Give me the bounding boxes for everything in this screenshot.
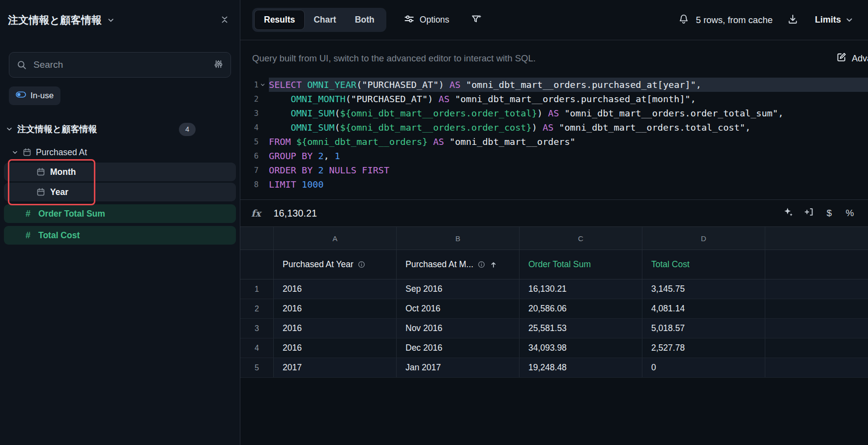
column-letter-c[interactable]: C [520, 227, 642, 250]
tree-item-total-cost[interactable]: # Total Cost [4, 226, 236, 245]
corner-cell[interactable] [240, 227, 274, 250]
table-cell[interactable]: 3,145.75 [642, 279, 765, 299]
in-use-label: In-use [30, 91, 54, 101]
search-filter-button[interactable] [214, 59, 223, 70]
table-cell[interactable]: Jan 2017 [397, 358, 520, 377]
row-number-cell[interactable]: 5 [240, 358, 274, 377]
table-cell[interactable]: 2016 [274, 338, 397, 358]
sidebar: 注文情報と顧客情報 [0, 0, 240, 445]
table-cell[interactable]: 16,130.21 [520, 279, 642, 299]
tab-both[interactable]: Both [346, 10, 384, 29]
line-number: 4 [254, 123, 259, 132]
column-letter-a[interactable]: A [274, 227, 397, 250]
info-icon[interactable] [358, 261, 365, 268]
line-number: 2 [254, 95, 259, 104]
dollar-icon: $ [827, 208, 832, 219]
table-cell[interactable]: 19,248.48 [520, 358, 642, 377]
line-number: 1 [254, 81, 259, 89]
info-icon[interactable] [478, 261, 485, 268]
query-info-row: Query built from UI, switch to the advan… [240, 40, 868, 77]
sql-line-6: 6GROUP BY 2, 1 [240, 149, 868, 163]
advanced-editor-button[interactable]: Advanced [833, 52, 868, 66]
table-cell[interactable]: 20,586.06 [520, 299, 642, 318]
sliders-horizontal-icon [404, 14, 414, 27]
table-cell[interactable]: 34,093.98 [520, 338, 642, 358]
sql-line-4: 4 OMNI_SUM(${omni_dbt_mart__orders.order… [240, 120, 868, 135]
add-column-button[interactable] [801, 206, 816, 221]
tree-item-order-total-sum[interactable]: # Order Total Sum [4, 204, 236, 223]
dataset-title-dropdown[interactable]: 注文情報と顧客情報 [8, 13, 115, 27]
table-cell[interactable]: Nov 2016 [397, 319, 520, 338]
sql-line-7: 7ORDER BY 2 NULLS FIRST [240, 163, 868, 177]
toolbar-right-cluster: 5 rows, from cache Limits [676, 12, 856, 28]
fold-chevron-icon[interactable] [260, 82, 267, 88]
app-root: 注文情報と顧客情報 [0, 0, 868, 445]
table-cell[interactable]: 25,581.53 [520, 319, 642, 338]
row-number-cell[interactable]: 3 [240, 319, 274, 338]
limits-button[interactable]: Limits [812, 14, 856, 26]
table-row: 32016Nov 201625,581.535,018.57 [240, 319, 868, 338]
sql-code: ORDER BY 2 NULLS FIRST [269, 163, 868, 177]
column-header-purchased-at-month[interactable]: Purchased At M... [397, 250, 520, 279]
table-cell[interactable]: 0 [642, 358, 765, 377]
sql-line-1: 1SELECT OMNI_YEAR("PURCHASED_AT") AS "om… [240, 78, 868, 92]
currency-format-button[interactable]: $ [822, 206, 837, 221]
table-cell[interactable]: Dec 2016 [397, 338, 520, 358]
table-cell[interactable]: 2016 [274, 299, 397, 318]
table-cell[interactable]: Sep 2016 [397, 279, 520, 299]
tab-results[interactable]: Results [255, 10, 304, 29]
filter-sparkle-button[interactable] [468, 13, 485, 27]
edit-pencil-icon [836, 52, 847, 65]
row-number-cell[interactable]: 4 [240, 338, 274, 358]
sort-ascending-icon[interactable] [490, 261, 497, 269]
column-header-purchased-at-year[interactable]: Purchased At Year [274, 250, 397, 279]
table-row: 52017Jan 201719,248.480 [240, 358, 868, 378]
chevron-down-icon[interactable] [6, 126, 13, 133]
tree-group-purchased-at[interactable]: Purchased At [4, 143, 236, 161]
tree-item-year[interactable]: Year [4, 183, 236, 201]
sql-code: OMNI_SUM(${omni_dbt_mart__orders.order_t… [269, 106, 868, 120]
column-letter-b[interactable]: B [397, 227, 520, 250]
row-number-cell[interactable]: 1 [240, 279, 274, 299]
options-label: Options [420, 15, 449, 25]
toggle-on-icon [16, 91, 26, 101]
download-button[interactable] [785, 12, 800, 28]
table-cell-filler [765, 338, 868, 358]
table-cell[interactable]: 2016 [274, 279, 397, 299]
line-number: 5 [254, 138, 259, 146]
percent-format-button[interactable]: % [842, 206, 857, 221]
tree-item-month[interactable]: Month [4, 163, 236, 181]
tree-root-label: 注文情報と顧客情報 [17, 123, 97, 135]
chevron-down-icon[interactable] [12, 149, 18, 156]
table-cell[interactable]: 2017 [274, 358, 397, 377]
in-use-filter-chip[interactable]: In-use [9, 86, 60, 105]
search-icon [17, 60, 27, 70]
tab-chart[interactable]: Chart [304, 10, 346, 29]
sql-code: GROUP BY 2, 1 [269, 149, 868, 163]
tree-item-label: Year [50, 187, 68, 197]
sql-editor[interactable]: 1SELECT OMNI_YEAR("PURCHASED_AT") AS "om… [240, 77, 868, 199]
percent-icon: % [846, 208, 854, 219]
table-cell-filler [765, 279, 868, 299]
column-header-total-cost[interactable]: Total Cost [642, 250, 765, 279]
table-row: 22016Oct 201620,586.064,081.14 [240, 299, 868, 319]
column-header-filler [765, 250, 868, 279]
tree-root-row[interactable]: 注文情報と顧客情報 4 [4, 120, 236, 139]
row-number-cell[interactable]: 2 [240, 299, 274, 318]
table-cell[interactable]: 5,018.57 [642, 319, 765, 338]
table-cell[interactable]: 4,081.14 [642, 299, 765, 318]
field-count-badge: 4 [179, 123, 196, 136]
table-cell[interactable]: Oct 2016 [397, 299, 520, 318]
column-letter-d[interactable]: D [642, 227, 765, 250]
row-count-status: 5 rows, from cache [696, 15, 773, 26]
table-cell-filler [765, 299, 868, 318]
table-cell[interactable]: 2,527.78 [642, 338, 765, 358]
options-button[interactable]: Options [401, 13, 452, 27]
column-header-order-total-sum[interactable]: Order Total Sum [520, 250, 642, 279]
table-cell[interactable]: 2016 [274, 319, 397, 338]
search-input[interactable] [32, 59, 208, 71]
sparkle-ai-button[interactable] [781, 206, 795, 221]
notifications-button[interactable] [676, 12, 691, 28]
collapse-panel-button[interactable] [217, 12, 232, 28]
formula-value[interactable]: 16,130.21 [274, 208, 318, 219]
